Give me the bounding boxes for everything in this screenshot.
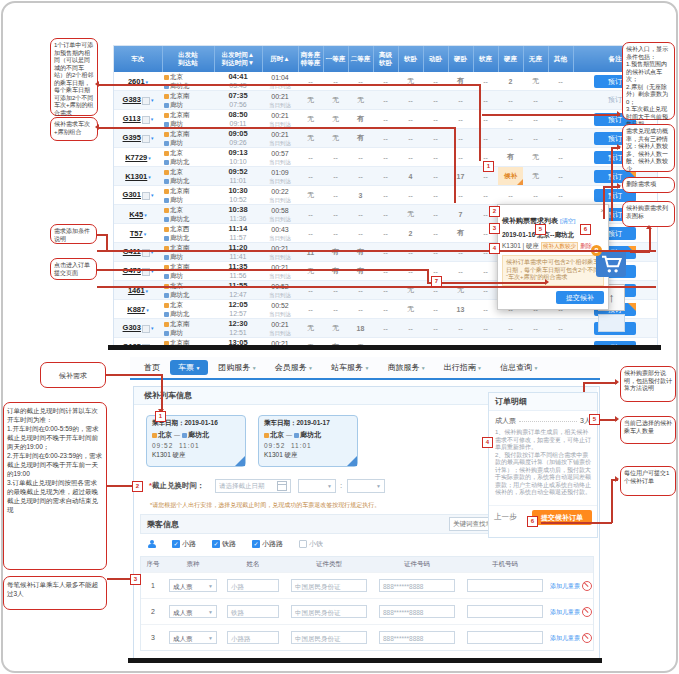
add-child-ticket-link[interactable]: 添加儿童票 — [550, 634, 580, 640]
waitlist-cart-icon[interactable]: 8 — [596, 250, 626, 277]
deadline-minute-select[interactable]: ▼ — [347, 479, 385, 493]
remove-passenger-icon[interactable] — [582, 633, 592, 643]
chevron-down-icon: ▼ — [476, 365, 482, 371]
passenger-checkbox-1[interactable]: ✓铁路 — [212, 539, 236, 549]
add-child-ticket-link[interactable]: 添加儿童票 — [550, 608, 580, 614]
nav-item-5[interactable]: 商旅服务 ▼ — [379, 360, 433, 375]
checkbox-checked-icon[interactable]: ✓ — [172, 540, 180, 548]
submit-waitlist-button[interactable]: 提交候补 — [556, 291, 604, 304]
nav-item-7[interactable]: 信息查询 ▼ — [492, 360, 546, 375]
deadline-date-input[interactable]: 请选择截止日期 — [215, 479, 291, 493]
column-header[interactable]: 高级 软卧 — [373, 46, 398, 72]
seat-cell: -- — [348, 300, 373, 319]
seat-cell: 有 — [498, 148, 523, 167]
train-number-link[interactable]: G411 — [123, 247, 141, 256]
calendar-icon[interactable] — [277, 481, 287, 491]
train-number-link[interactable]: T57 — [130, 229, 143, 238]
id-number-field[interactable]: 888******8888 — [379, 579, 455, 592]
id-number-field[interactable]: 888******8888 — [379, 631, 455, 644]
phone-field[interactable] — [467, 605, 543, 618]
clear-all-link[interactable]: [清空] — [560, 218, 575, 224]
arrival-station-icon — [164, 198, 169, 203]
arrival-note: 当日到达 — [262, 196, 298, 204]
waitlist-ticket-card-1[interactable]: 乘车日期：2019-01-16 北京—廊坊北 09:52 11:01 K1301… — [146, 415, 246, 467]
chevron-down-icon[interactable]: ▾ — [148, 174, 151, 180]
chevron-down-icon[interactable]: ▾ — [151, 97, 154, 103]
train-number-link[interactable]: K45 — [129, 210, 143, 219]
name-field[interactable]: 小路路 — [227, 631, 279, 644]
checkbox-unchecked-icon[interactable] — [299, 540, 307, 548]
chevron-down-icon[interactable]: ▾ — [148, 155, 151, 161]
chevron-down-icon[interactable]: ▾ — [146, 288, 149, 294]
column-header[interactable]: 动卧 — [423, 46, 448, 72]
chevron-down-icon[interactable]: ▾ — [151, 325, 154, 331]
remove-passenger-icon[interactable] — [582, 581, 592, 591]
id-type-field[interactable]: 中国居民身份证 — [291, 605, 367, 618]
ticket-type-select[interactable]: 成人票▼ — [169, 631, 217, 644]
back-button[interactable]: 上一步 — [494, 512, 517, 522]
train-number-link[interactable]: G473 — [123, 266, 141, 275]
column-header[interactable]: 出发站 到达站 — [162, 46, 214, 72]
ticket-type-select[interactable]: 成人票▼ — [169, 579, 217, 592]
column-header[interactable]: 商务座 特等座 — [298, 46, 323, 72]
train-number-link[interactable]: K1301 — [125, 172, 147, 181]
train-number-link[interactable]: G303 — [123, 323, 141, 332]
callout-badge-b2: 2 — [132, 481, 143, 492]
column-header[interactable]: 硬座 — [498, 46, 523, 72]
deadline-hour-select[interactable]: ▼ — [298, 479, 336, 493]
passenger-checkbox-3[interactable]: 小铁 — [299, 539, 323, 549]
column-header[interactable]: 历时▲ — [262, 46, 298, 72]
chevron-down-icon[interactable]: ▾ — [151, 135, 154, 141]
column-header[interactable]: 无座 — [523, 46, 548, 72]
checkbox-checked-icon[interactable]: ✓ — [252, 540, 260, 548]
waitlist-cell[interactable]: 候补 — [498, 167, 523, 186]
passenger-checkbox-2[interactable]: ✓小路路 — [252, 539, 283, 549]
arrival-time: 11:56 — [214, 271, 262, 280]
phone-field[interactable] — [467, 579, 543, 592]
ticket-type-select[interactable]: 成人票▼ — [169, 605, 217, 618]
chevron-down-icon[interactable]: ▾ — [146, 307, 149, 313]
column-header[interactable]: 一等座 — [323, 46, 348, 72]
chevron-down-icon[interactable]: ▾ — [144, 212, 147, 218]
checkbox-checked-icon[interactable]: ✓ — [212, 540, 220, 548]
name-field[interactable]: 铁路 — [227, 605, 279, 618]
train-number-cell: 2601▾ — [114, 72, 162, 91]
column-header[interactable]: 车次 — [114, 46, 162, 72]
train-number-link[interactable]: K887 — [127, 305, 145, 314]
train-number-link[interactable]: G395 — [123, 133, 141, 142]
nav-item-1[interactable]: 车票 ▼ — [170, 360, 208, 375]
column-header[interactable]: 软卧 — [398, 46, 423, 72]
nav-item-3[interactable]: 会员服务 ▼ — [267, 360, 321, 375]
add-child-ticket-link[interactable]: 添加儿童票 — [550, 582, 580, 588]
train-number-link[interactable]: K7729 — [125, 153, 147, 162]
column-header[interactable]: 其他 — [548, 46, 573, 72]
id-number-field[interactable]: 888******8888 — [379, 605, 455, 618]
phone-field[interactable] — [467, 631, 543, 644]
id-type-field[interactable]: 中国居民身份证 — [291, 631, 367, 644]
callout-badge-6: 6 — [580, 224, 591, 235]
seat-cell: 11 — [298, 243, 323, 262]
times-cell: 10:3811:36 — [214, 205, 262, 224]
name-field[interactable]: 小路 — [227, 579, 279, 592]
waitlist-ticket-card-2[interactable]: 乘车日期：2019-01-17 北京—廊坊北 09:52 11:01 K1301… — [258, 415, 358, 467]
train-number-link[interactable]: G301 — [123, 190, 141, 199]
column-header[interactable]: 软座 — [473, 46, 498, 72]
remove-passenger-icon[interactable] — [582, 607, 592, 617]
train-number-link[interactable]: G113 — [123, 114, 141, 123]
duration-cell: 00:21当日到达 — [262, 91, 298, 110]
chevron-down-icon[interactable]: ▾ — [151, 116, 154, 122]
nav-item-4[interactable]: 站车服务 ▼ — [323, 360, 377, 375]
seat-cell: -- — [498, 129, 523, 148]
nav-item-0[interactable]: 首页 — [136, 360, 168, 375]
departure-station-icon — [164, 322, 169, 327]
nav-item-6[interactable]: 出行指南 ▼ — [436, 360, 490, 375]
column-header[interactable]: 出发时间▲ 到达时间▼ — [214, 46, 262, 72]
column-header[interactable]: 硬卧 — [448, 46, 473, 72]
id-type-field[interactable]: 中国居民身份证 — [291, 579, 367, 592]
chevron-down-icon[interactable]: ▾ — [144, 231, 147, 237]
passenger-checkbox-0[interactable]: ✓小路 — [172, 539, 196, 549]
nav-item-2[interactable]: 团购服务 ▼ — [210, 360, 264, 375]
column-header[interactable]: 二等座 — [348, 46, 373, 72]
train-number-link[interactable]: G383 — [123, 95, 141, 104]
chevron-down-icon[interactable]: ▾ — [151, 192, 154, 198]
